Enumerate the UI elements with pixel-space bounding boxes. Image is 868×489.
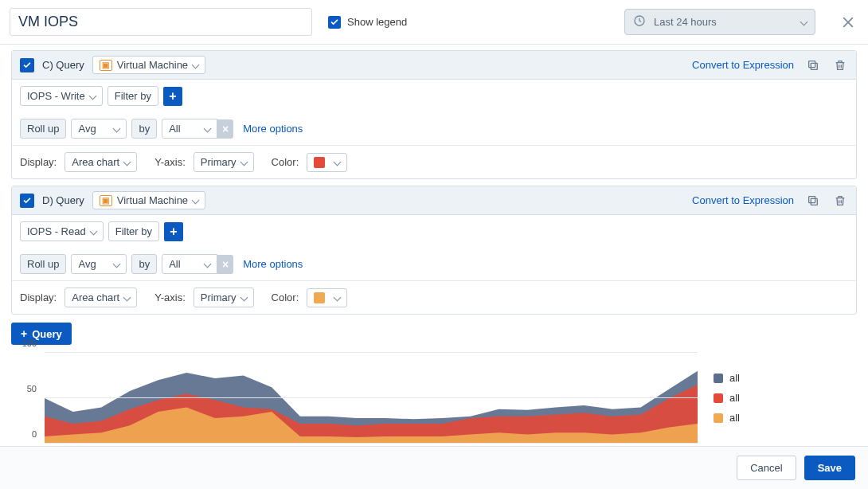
show-legend-label: Show legend [347, 16, 407, 28]
yaxis-selector[interactable]: Primary [194, 288, 254, 307]
trash-icon[interactable] [832, 193, 848, 209]
rollup-row: Roll up Avg by All × More options [12, 112, 856, 146]
resource-label: Virtual Machine [117, 194, 188, 206]
chevron-down-icon [204, 260, 212, 268]
y-tick: 100 [22, 338, 37, 348]
convert-to-expression-link[interactable]: Convert to Expression [692, 194, 794, 206]
svg-rect-4 [809, 196, 815, 202]
chevron-down-icon [113, 260, 121, 268]
rollup-agg-selector[interactable]: Avg [71, 254, 127, 274]
cancel-button[interactable]: Cancel [737, 456, 796, 480]
add-filter-button[interactable]: + [164, 222, 183, 241]
rollup-by-label: by [131, 119, 157, 139]
legend-label: all [729, 412, 740, 424]
legend-item: all [714, 372, 857, 384]
query-block-c: C) Query ▣ Virtual Machine Convert to Ex… [11, 50, 857, 179]
chevron-down-icon [240, 158, 248, 166]
rollup-by-selector[interactable]: All [162, 254, 217, 274]
clock-icon [633, 14, 646, 29]
vm-icon: ▣ [100, 195, 112, 206]
query-label: C) Query [42, 59, 84, 71]
chevron-down-icon [88, 92, 96, 100]
save-button[interactable]: Save [804, 456, 855, 480]
body-scroll[interactable]: C) Query ▣ Virtual Machine Convert to Ex… [0, 44, 868, 446]
y-tick: 50 [27, 384, 37, 393]
chevron-down-icon [123, 294, 131, 302]
color-swatch [314, 292, 325, 303]
query-header: D) Query ▣ Virtual Machine Convert to Ex… [12, 186, 856, 215]
checkbox-icon [328, 16, 341, 29]
chevron-down-icon [204, 125, 212, 133]
yaxis-label: Y-axis: [154, 291, 186, 303]
display-label: Display: [20, 156, 57, 168]
display-type-selector[interactable]: Area chart [65, 288, 137, 307]
convert-to-expression-link[interactable]: Convert to Expression [692, 59, 794, 71]
chevron-down-icon [123, 158, 131, 166]
legend-swatch [714, 393, 723, 403]
add-filter-button[interactable]: + [163, 87, 182, 106]
query-label: D) Query [42, 194, 84, 206]
rollup-label: Roll up [20, 254, 66, 274]
rollup-agg-selector[interactable]: Avg [71, 119, 127, 139]
more-options-link[interactable]: More options [243, 123, 303, 135]
color-swatch [314, 157, 325, 168]
legend-label: all [729, 392, 740, 404]
time-range-selector[interactable]: Last 24 hours [624, 9, 815, 35]
query-header: C) Query ▣ Virtual Machine Convert to Ex… [12, 51, 856, 80]
metric-row: IOPS - Write Filter by + [12, 80, 856, 112]
yaxis-selector[interactable]: Primary [194, 152, 254, 172]
duplicate-icon[interactable] [805, 57, 821, 73]
metric-selector[interactable]: IOPS - Write [20, 86, 103, 106]
header-bar: Show legend Last 24 hours [0, 0, 868, 45]
svg-rect-1 [811, 63, 817, 69]
resource-pill[interactable]: ▣ Virtual Machine [92, 191, 205, 209]
svg-rect-3 [811, 198, 817, 205]
resource-label: Virtual Machine [117, 59, 188, 71]
chevron-down-icon [334, 158, 342, 166]
more-options-link[interactable]: More options [243, 258, 303, 270]
display-label: Display: [20, 291, 57, 303]
filter-selector[interactable]: Filter by [108, 221, 159, 241]
rollup-by-selector[interactable]: All [162, 119, 217, 139]
legend-swatch [714, 413, 723, 423]
title-input-container[interactable] [10, 8, 312, 36]
color-selector[interactable] [307, 288, 347, 307]
chevron-down-icon [192, 61, 200, 69]
close-button[interactable] [838, 12, 858, 33]
show-legend-toggle[interactable]: Show legend [328, 16, 407, 29]
yaxis-label: Y-axis: [154, 156, 186, 168]
title-input[interactable] [18, 14, 303, 30]
legend: allallall [714, 353, 857, 446]
display-type-selector[interactable]: Area chart [65, 152, 137, 172]
rollup-by-label: by [131, 254, 157, 274]
legend-swatch [714, 374, 723, 383]
svg-rect-2 [809, 61, 815, 67]
legend-item: all [714, 392, 857, 404]
resource-pill[interactable]: ▣ Virtual Machine [92, 56, 205, 74]
add-query-button[interactable]: + Query [11, 323, 72, 345]
chevron-down-icon [240, 294, 248, 302]
color-label: Color: [272, 156, 299, 168]
query-enabled-checkbox[interactable] [20, 194, 34, 208]
chevron-down-icon [192, 197, 200, 205]
legend-item: all [714, 412, 857, 424]
filter-selector[interactable]: Filter by [108, 86, 158, 106]
time-range-label: Last 24 hours [654, 16, 717, 28]
query-enabled-checkbox[interactable] [20, 58, 34, 72]
color-selector[interactable] [307, 153, 347, 172]
y-tick: 0 [32, 429, 37, 439]
footer-bar: Cancel Save [0, 446, 868, 489]
display-row: Display: Area chart Y-axis: Primary Colo… [12, 146, 856, 178]
color-label: Color: [272, 291, 299, 303]
legend-label: all [729, 372, 740, 384]
chart-container: 050100 12:00 PM3:00 PM6:00 PM9:00 PM25. … [11, 353, 857, 446]
vm-icon: ▣ [100, 60, 112, 71]
remove-rollup-button[interactable]: × [217, 119, 233, 139]
chevron-down-icon [89, 228, 97, 236]
metric-selector[interactable]: IOPS - Read [20, 221, 104, 241]
query-block-d: D) Query ▣ Virtual Machine Convert to Ex… [11, 186, 857, 315]
chevron-down-icon [113, 125, 121, 133]
duplicate-icon[interactable] [805, 193, 821, 209]
remove-rollup-button[interactable]: × [217, 255, 233, 274]
trash-icon[interactable] [832, 57, 848, 73]
